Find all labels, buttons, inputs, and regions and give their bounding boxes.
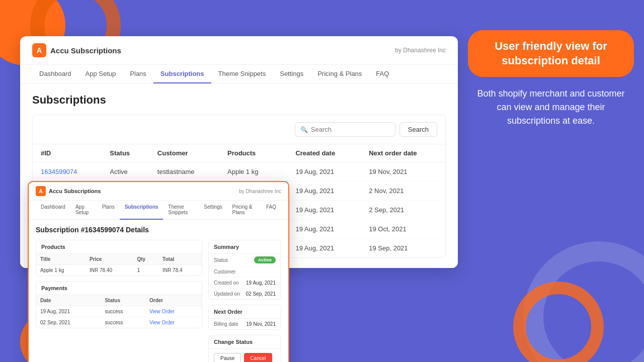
pause-button[interactable]: Pause <box>214 353 241 362</box>
subscription-link[interactable]: 1634599074 <box>41 168 77 175</box>
next-order-title: Next Order <box>209 305 281 319</box>
prod-title: Apple 1 kg <box>36 265 86 276</box>
search-icon: 🔍 <box>300 126 308 133</box>
detail-nav-faq[interactable]: FAQ <box>261 201 281 220</box>
row-created: 19 Aug, 2021 <box>287 201 361 220</box>
detail-nav-app-setup[interactable]: App Setup <box>70 201 97 220</box>
products-section-title: Products <box>36 240 202 254</box>
summary-customer-row: Customer <box>209 266 281 278</box>
detail-nav: Dashboard App Setup Plans Subscriptions … <box>29 201 288 220</box>
col-products: Products <box>219 144 287 162</box>
detail-header: A Accu Subscriptions by Dhanashree Inc <box>29 182 288 201</box>
table-row: 1634599074 Active testlastname Apple 1 k… <box>33 162 445 182</box>
products-table: Title Price Qty Total Apple 1 kg INR 78.… <box>36 254 202 276</box>
status-badge: Active <box>254 256 276 263</box>
summary-customer-label: Customer <box>214 269 235 275</box>
row-next-order: 2 Sep, 2021 <box>361 201 445 220</box>
detail-columns: Products Title Price Qty Total <box>36 240 281 362</box>
billing-date-value: 19 Nov, 2021 <box>246 321 276 327</box>
search-input[interactable] <box>311 126 390 133</box>
detail-nav-settings[interactable]: Settings <box>199 201 227 220</box>
row-created: 19 Aug, 2021 <box>287 220 361 239</box>
detail-right-col: Summary Status Active Customer Created o… <box>208 240 281 362</box>
nav-plans[interactable]: Plans <box>123 65 153 83</box>
view-order-link[interactable]: View Order <box>149 320 175 325</box>
table-toolbar: 🔍 Search <box>33 115 445 144</box>
detail-page-title: Subscription #1634599074 Details <box>36 226 281 234</box>
nav-pricing[interactable]: Pricing & Plans <box>310 65 369 83</box>
next-order-billing: Billing date 19 Nov, 2021 <box>209 319 281 329</box>
page-title: Subscriptions <box>32 94 446 107</box>
app-by-label: by Dhanashree Inc <box>395 47 446 54</box>
search-button[interactable]: Search <box>399 122 437 137</box>
bg-curve-right <box>523 241 644 362</box>
next-order-section: Next Order Billing date 19 Nov, 2021 <box>208 305 281 330</box>
prod-qty: 1 <box>133 265 158 276</box>
row-status: Active <box>102 162 149 182</box>
pay-status: success <box>101 317 145 328</box>
col-customer: Customer <box>149 144 219 162</box>
summary-status-row: Status Active <box>209 254 281 266</box>
nav-theme-snippets[interactable]: Theme Snippets <box>211 65 273 83</box>
row-created: 19 Aug, 2021 <box>287 162 361 182</box>
right-panel: User friendly view for subscription deta… <box>468 30 634 128</box>
detail-nav-plans[interactable]: Plans <box>97 201 120 220</box>
summary-updated-label: Updated on <box>214 291 240 297</box>
view-order-link[interactable]: View Order <box>149 309 175 314</box>
prod-col-total: Total <box>158 254 202 265</box>
table-row: 19 Aug, 2021 success View Order <box>36 306 202 317</box>
summary-updated-row: Updated on 02 Sep, 2021 <box>209 289 281 299</box>
bg-curve-right2 <box>513 282 604 362</box>
row-products: Apple 1 kg <box>219 162 287 182</box>
row-id[interactable]: 1634599074 <box>33 162 102 182</box>
nav-app-setup[interactable]: App Setup <box>78 65 123 83</box>
detail-brand-name: Accu Subscriptions <box>49 188 101 194</box>
pay-status: success <box>101 306 145 317</box>
row-next-order: 19 Oct, 2021 <box>361 220 445 239</box>
detail-nav-subscriptions[interactable]: Subscriptions <box>120 201 164 220</box>
badge-title: User friendly view for subscription deta… <box>480 39 622 68</box>
nav-dashboard[interactable]: Dashboard <box>32 65 78 83</box>
summary-created-value: 19 Aug, 2021 <box>246 280 276 286</box>
summary-section: Summary Status Active Customer Created o… <box>208 240 281 300</box>
pay-col-status: Status <box>101 295 145 306</box>
nav-faq[interactable]: FAQ <box>369 65 396 83</box>
billing-date-label: Billing date <box>214 321 238 327</box>
detail-card: A Accu Subscriptions by Dhanashree Inc D… <box>28 181 289 362</box>
pay-order: View Order <box>145 306 202 317</box>
prod-total: INR 78.4 <box>158 265 202 276</box>
row-next-order: 19 Nov, 2021 <box>361 162 445 182</box>
app-brand: A Accu Subscriptions <box>32 43 121 57</box>
detail-nav-dashboard[interactable]: Dashboard <box>36 201 70 220</box>
table-row: Apple 1 kg INR 78.40 1 INR 78.4 <box>36 265 202 276</box>
change-status-buttons: Pause Cancel <box>209 349 281 362</box>
cancel-button[interactable]: Cancel <box>244 353 272 362</box>
pay-col-date: Date <box>36 295 101 306</box>
nav-subscriptions[interactable]: Subscriptions <box>153 65 211 83</box>
detail-nav-pricing[interactable]: Pricing & Plans <box>227 201 261 220</box>
col-status: Status <box>102 144 149 162</box>
brand-name: Accu Subscriptions <box>50 46 121 55</box>
prod-col-qty: Qty <box>133 254 158 265</box>
row-created: 19 Aug, 2021 <box>287 239 361 258</box>
nav-settings[interactable]: Settings <box>273 65 310 83</box>
summary-status-label: Status <box>214 257 228 263</box>
detail-by-label: by Dhanashree Inc <box>239 189 281 194</box>
detail-brand-icon: A <box>36 186 46 196</box>
payments-table: Date Status Order 19 Aug, 2021 success V… <box>36 295 202 328</box>
feature-description: Both shopify merchant and customer can v… <box>468 87 634 128</box>
pay-date: 02 Sep, 2021 <box>36 317 101 328</box>
summary-section-title: Summary <box>209 240 281 254</box>
col-id: #ID <box>33 144 102 162</box>
search-input-wrap[interactable]: 🔍 <box>295 122 395 137</box>
detail-left-col: Products Title Price Qty Total <box>36 240 202 362</box>
app-nav: Dashboard App Setup Plans Subscriptions … <box>20 65 458 83</box>
col-next-order: Next order date <box>361 144 445 162</box>
pay-col-order: Order <box>145 295 202 306</box>
detail-nav-theme[interactable]: Theme Snippets <box>163 201 199 220</box>
prod-price: INR 78.40 <box>86 265 133 276</box>
summary-updated-value: 02 Sep, 2021 <box>246 291 276 297</box>
table-header-row: #ID Status Customer Products Created dat… <box>33 144 445 162</box>
detail-content: Subscription #1634599074 Details Product… <box>29 220 288 362</box>
row-customer: testlastname <box>149 162 219 182</box>
